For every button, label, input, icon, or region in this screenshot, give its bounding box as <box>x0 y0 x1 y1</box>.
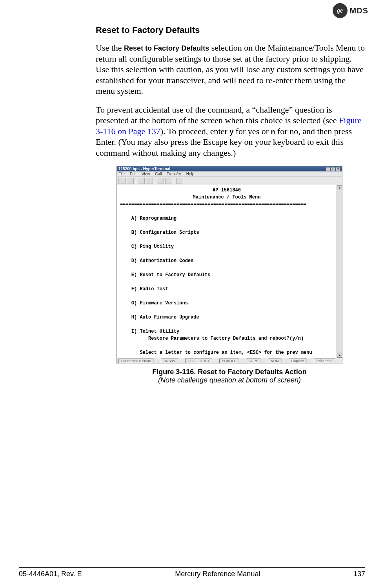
minimize-icon[interactable]: _ <box>326 167 330 171</box>
status-caps: CAPS <box>246 359 261 363</box>
text: To prevent accidental use of the command… <box>96 105 339 126</box>
window-title: 115200 bps - HyperTerminal <box>118 167 170 171</box>
maximize-icon[interactable]: □ <box>331 167 335 171</box>
terminal-divider: ========================================… <box>120 202 306 207</box>
mds-logo-text: MDS <box>350 6 368 15</box>
text: for yes or <box>233 126 271 136</box>
footer-doc-id: 05-4446A01, Rev. E <box>19 570 82 578</box>
terminal-screenshot: 115200 bps - HyperTerminal _ □ × File Ed… <box>116 166 342 364</box>
menu-help[interactable]: Help <box>186 172 195 176</box>
footer-manual-title: Mercury Reference Manual <box>175 570 260 578</box>
menu-edit[interactable]: Edit <box>130 172 136 176</box>
figure-note: (Note challenge question at bottom of sc… <box>116 376 342 384</box>
menu-item-b: B) Configuration Scripts <box>131 230 199 235</box>
status-ansi: ANSIW <box>161 359 178 363</box>
menu-item-c: C) Ping Utility <box>131 244 174 249</box>
status-bar: Connected 0:20:45 ANSIW 115200 8-N-1 SCR… <box>117 358 342 364</box>
toolbar-btn-5[interactable] <box>157 178 164 184</box>
key-y: y <box>229 128 233 136</box>
menu-file[interactable]: File <box>118 172 125 176</box>
menu-view[interactable]: View <box>142 172 150 176</box>
scroll-up-icon[interactable]: ▴ <box>337 185 342 190</box>
bold-term: Reset to Factory Defaults <box>124 44 209 52</box>
toolbar-btn-2[interactable] <box>127 178 134 184</box>
toolbar <box>117 177 342 185</box>
terminal-header-2: Maintenance / Tools Menu <box>193 195 261 200</box>
terminal-header-1: AP_1561846 <box>213 188 241 193</box>
status-num: NUM <box>268 359 282 363</box>
toolbar-btn-7[interactable] <box>176 178 183 184</box>
paragraph-1: Use the Reset to Factory Defaults select… <box>96 42 366 96</box>
scrollbar[interactable]: ▴ ▾ <box>337 185 342 358</box>
menu-bar: File Edit View Call Transfer Help <box>117 171 342 177</box>
ge-logo-icon: ge <box>333 3 348 18</box>
text: ). To proceed, enter <box>160 126 229 136</box>
close-icon[interactable]: × <box>336 167 340 171</box>
menu-item-d: D) Authorization Codes <box>131 258 193 264</box>
status-printecho: Print echo <box>314 359 335 363</box>
menu-item-i: I) Telnet Utility <box>131 329 179 334</box>
section-heading: Reset to Factory Defaults <box>96 25 366 35</box>
terminal-content: AP_1561846 Maintenance / Tools Menu=====… <box>117 185 337 358</box>
figure-caption: Figure 3-116. Reset to Factory Defaults … <box>116 368 342 384</box>
page-footer: 05-4446A01, Rev. E Mercury Reference Man… <box>19 567 365 578</box>
status-capture: Capture <box>289 359 307 363</box>
challenge-prompt: Restore Parameters to Factory Defaults a… <box>148 336 304 341</box>
menu-item-f: F) Radio Test <box>131 286 168 292</box>
brand-logo: ge MDS <box>333 3 368 18</box>
key-n: n <box>271 128 275 136</box>
menu-transfer[interactable]: Transfer <box>167 172 181 176</box>
text: Use the <box>96 43 124 53</box>
toolbar-btn-3[interactable] <box>138 178 145 184</box>
footer-page-number: 137 <box>353 570 365 578</box>
page-content: Reset to Factory Defaults Use the Reset … <box>96 25 366 384</box>
scroll-down-icon[interactable]: ▾ <box>337 353 342 358</box>
toolbar-btn-4[interactable] <box>146 178 153 184</box>
menu-item-a: A) Reprogramming <box>131 216 177 221</box>
figure-title: Figure 3-116. Reset to Factory Defaults … <box>116 368 342 376</box>
terminal-footer-hint: Select a letter to configure an item, <E… <box>140 350 312 355</box>
status-connected: Connected 0:20:45 <box>118 359 154 363</box>
toolbar-btn-1[interactable] <box>118 178 126 184</box>
window-titlebar: 115200 bps - HyperTerminal _ □ × <box>117 166 342 171</box>
toolbar-btn-6[interactable] <box>165 178 172 184</box>
menu-call[interactable]: Call <box>155 172 162 176</box>
menu-item-e: E) Reset to Factory Defaults <box>131 272 211 278</box>
status-scroll: SCROLL <box>219 359 239 363</box>
paragraph-2: To prevent accidental use of the command… <box>96 104 366 158</box>
menu-item-g: G) Firmware Versions <box>131 300 188 306</box>
menu-item-h: H) Auto Firmware Upgrade <box>131 315 199 320</box>
status-baud: 115200 8-N-1 <box>185 359 212 363</box>
